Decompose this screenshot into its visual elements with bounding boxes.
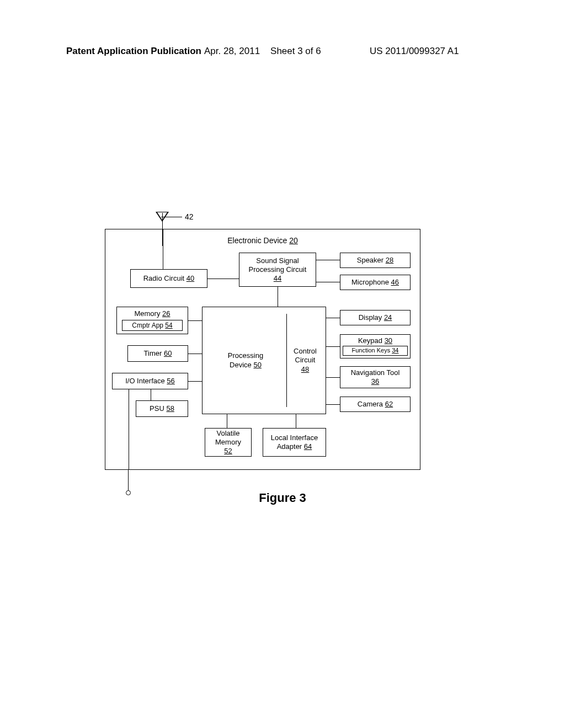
timer-ref: 60 <box>164 349 172 357</box>
io-label: I/O Interface 56 <box>125 377 175 386</box>
memory-ref: 26 <box>162 309 170 318</box>
connector-line <box>278 287 278 307</box>
device-title-label: Electronic Device <box>227 236 287 245</box>
antenna-ref: 42 <box>185 212 194 221</box>
speaker-block: Speaker 28 <box>340 253 411 268</box>
display-ref: 24 <box>384 313 392 322</box>
radio-circuit-block: Radio Circuit 40 <box>130 269 207 288</box>
connector-line <box>316 260 340 260</box>
connector-line <box>326 346 340 347</box>
cmptr-label-text: Cmptr App <box>132 322 163 329</box>
radio-label-text: Radio Circuit <box>143 274 184 282</box>
memory-block: Memory 26 Cmptr App 54 <box>116 307 188 334</box>
memory-label: Memory 26 <box>134 309 170 318</box>
connector-line <box>227 414 227 428</box>
function-keys-block: Function Keys 34 <box>343 346 408 356</box>
camera-label: Camera 62 <box>358 400 393 409</box>
local-interface-adapter-block: Local Interface Adapter 64 <box>263 428 326 457</box>
display-block: Display 24 <box>340 310 411 325</box>
keypad-label: Keypad 30 <box>358 336 392 345</box>
localif-label-row: Adapter 64 <box>277 442 312 451</box>
cmptr-app-block: Cmptr App 54 <box>122 320 183 331</box>
io-interface-block: I/O Interface 56 <box>112 373 188 389</box>
timer-label-text: Timer <box>144 349 162 357</box>
psu-block: PSU 58 <box>136 400 188 417</box>
processing-ref: 50 <box>253 361 261 369</box>
sound-ref: 44 <box>274 274 281 283</box>
nav-label1: Navigation Tool <box>351 368 400 377</box>
figure-caption: Figure 3 <box>0 491 565 505</box>
control-label1: Control <box>288 347 322 356</box>
navigation-tool-block: Navigation Tool 36 <box>340 366 411 388</box>
funckeys-label-text: Function Keys <box>351 347 390 354</box>
connector-line <box>151 389 151 400</box>
speaker-ref: 28 <box>386 256 393 264</box>
connector-line <box>326 404 340 405</box>
sound-processing-block: Sound Signal Processing Circuit 44 <box>239 253 316 287</box>
memory-label-text: Memory <box>134 309 160 318</box>
io-label-text: I/O Interface <box>125 377 165 385</box>
control-ref: 48 <box>288 365 322 374</box>
sound-label1: Sound Signal <box>256 256 299 265</box>
volmem-ref: 52 <box>224 447 232 456</box>
processing-label1: Processing <box>205 351 286 360</box>
processing-label2: Device <box>230 361 252 369</box>
header-sheet: Sheet 3 of 6 <box>270 46 321 56</box>
speaker-label: Speaker 28 <box>357 256 394 265</box>
microphone-label-text: Microphone <box>351 278 389 286</box>
antenna-leader-line <box>161 217 182 217</box>
camera-label-text: Camera <box>358 400 383 408</box>
psu-ref: 58 <box>166 404 174 413</box>
timer-label: Timer 60 <box>144 349 172 358</box>
header-left: Patent Application Publication <box>66 46 201 57</box>
connector-line <box>296 414 296 428</box>
device-title-ref: 20 <box>289 236 298 245</box>
device-title: Electronic Device 20 <box>105 236 420 245</box>
keypad-label-text: Keypad <box>358 336 382 345</box>
connector-line <box>188 381 202 382</box>
control-circuit-block: Processing Device 50 Control Circuit 48 <box>202 307 326 414</box>
connector-line <box>207 279 239 279</box>
sound-label2: Processing Circuit <box>249 265 307 274</box>
connector-line <box>188 320 202 321</box>
microphone-label: Microphone 46 <box>351 278 399 287</box>
localif-ref: 64 <box>304 442 312 451</box>
connector-line <box>188 354 202 354</box>
connector-line <box>129 389 129 469</box>
header-right: US 2011/0099327 A1 <box>370 46 459 57</box>
funckeys-label: Function Keys 34 <box>351 347 398 355</box>
display-label: Display 24 <box>359 313 392 322</box>
connector-line <box>326 318 340 318</box>
localif-label1: Local Interface <box>271 433 318 442</box>
timer-block: Timer 60 <box>127 345 188 362</box>
connector-line <box>326 377 340 378</box>
header-date: Apr. 28, 2011 <box>204 46 260 56</box>
cmptr-ref: 54 <box>165 322 172 329</box>
volmem-label2: Memory <box>215 438 241 447</box>
funckeys-ref: 34 <box>392 347 398 354</box>
io-ref: 56 <box>167 377 174 385</box>
keypad-ref: 30 <box>385 336 392 345</box>
microphone-block: Microphone 46 <box>340 275 411 290</box>
localif-label2: Adapter <box>277 442 302 451</box>
psu-label: PSU 58 <box>150 404 174 413</box>
radio-label: Radio Circuit 40 <box>143 274 195 283</box>
display-label-text: Display <box>359 313 382 322</box>
control-label2: Circuit <box>288 356 322 365</box>
io-connector-tail <box>128 470 129 491</box>
speaker-label-text: Speaker <box>357 256 383 264</box>
header-mid: Apr. 28, 2011 Sheet 3 of 6 <box>204 46 321 57</box>
connector-line <box>316 282 340 282</box>
volatile-memory-block: Volatile Memory 52 <box>205 428 252 457</box>
psu-label-text: PSU <box>150 404 164 413</box>
camera-ref: 62 <box>385 400 393 408</box>
device-container: Electronic Device 20 Radio Circuit 40 So… <box>105 229 420 470</box>
processing-label-row: Device 50 <box>205 361 286 370</box>
connector-line <box>163 229 163 269</box>
cmptr-label: Cmptr App 54 <box>132 322 172 330</box>
nav-ref: 36 <box>371 377 379 386</box>
keypad-block: Keypad 30 Function Keys 34 <box>340 334 411 358</box>
radio-ref: 40 <box>186 274 194 282</box>
camera-block: Camera 62 <box>340 397 411 412</box>
microphone-ref: 46 <box>391 278 399 286</box>
